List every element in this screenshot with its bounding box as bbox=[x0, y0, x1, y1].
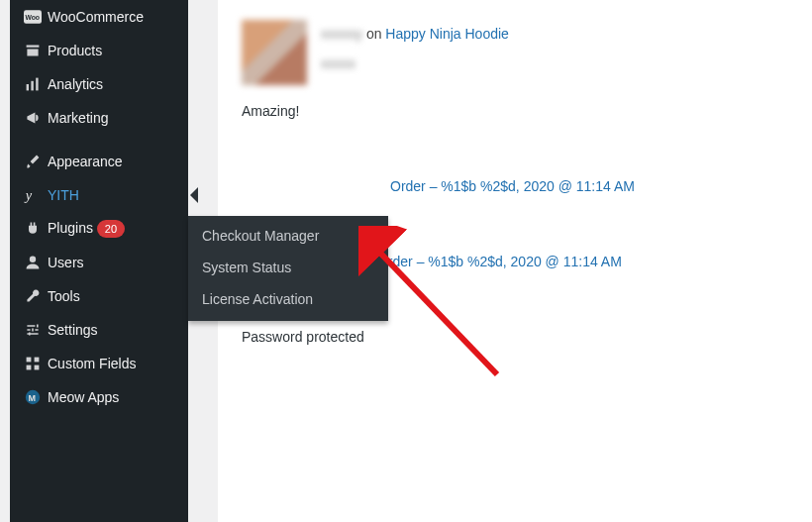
sidebar-item-label: Tools bbox=[46, 288, 188, 304]
sidebar-item-label: Products bbox=[46, 43, 188, 58]
yith-submenu: Checkout Manager System Status License A… bbox=[188, 216, 388, 321]
yith-icon: y bbox=[20, 186, 46, 204]
archive-icon bbox=[20, 43, 46, 58]
svg-rect-9 bbox=[27, 365, 32, 370]
sliders-icon bbox=[20, 322, 46, 338]
order-link[interactable]: Order – %1$b %2$d, 2020 @ 11:14 AM bbox=[377, 254, 622, 269]
comment-author: xxxxxy bbox=[321, 26, 362, 42]
comment-date: xxxxx bbox=[321, 55, 509, 71]
sidebar-item-label: Users bbox=[46, 255, 188, 270]
sidebar-separator bbox=[10, 135, 188, 145]
sidebar-item-analytics[interactable]: Analytics bbox=[10, 67, 188, 101]
svg-rect-4 bbox=[36, 78, 38, 91]
product-link[interactable]: Happy Ninja Hoodie bbox=[385, 26, 509, 42]
submenu-item-license-activation[interactable]: License Activation bbox=[188, 283, 388, 321]
svg-point-6 bbox=[30, 257, 36, 262]
chart-bar-icon bbox=[20, 76, 46, 92]
sidebar-item-woocommerce[interactable]: Woo WooCommerce bbox=[10, 0, 188, 34]
admin-sidebar: Woo WooCommerce Products Analytics Marke… bbox=[10, 0, 188, 522]
svg-rect-7 bbox=[27, 358, 32, 363]
wrench-icon bbox=[20, 288, 46, 304]
sidebar-item-custom-fields[interactable]: Custom Fields bbox=[10, 347, 188, 380]
meow-icon: M bbox=[20, 388, 46, 406]
sidebar-item-appearance[interactable]: Appearance bbox=[10, 145, 188, 178]
sidebar-item-label: Meow Apps bbox=[46, 389, 188, 405]
svg-text:y: y bbox=[24, 187, 33, 203]
svg-rect-10 bbox=[35, 365, 40, 370]
comment-body: Amazing! bbox=[242, 103, 792, 119]
svg-text:Woo: Woo bbox=[26, 14, 41, 21]
on-word: on bbox=[362, 26, 385, 42]
sidebar-item-label: YITH bbox=[46, 187, 188, 203]
note-line: Password protected bbox=[242, 329, 792, 345]
sidebar-item-users[interactable]: Users bbox=[10, 246, 188, 279]
submenu-item-checkout-manager[interactable]: Checkout Manager bbox=[188, 216, 388, 252]
sidebar-item-products[interactable]: Products bbox=[10, 34, 188, 67]
user-icon bbox=[20, 255, 46, 270]
sidebar-item-tools[interactable]: Tools bbox=[10, 279, 188, 313]
svg-rect-3 bbox=[31, 81, 33, 91]
submenu-item-system-status[interactable]: System Status bbox=[188, 252, 388, 283]
svg-rect-8 bbox=[35, 358, 40, 363]
svg-text:M: M bbox=[29, 393, 37, 403]
sidebar-item-meow-apps[interactable]: M Meow Apps bbox=[10, 380, 188, 414]
woocommerce-icon: Woo bbox=[20, 10, 46, 24]
svg-rect-2 bbox=[27, 84, 29, 90]
activity-item-header: xxxxxy on Happy Ninja Hoodie bbox=[321, 26, 509, 42]
update-count-badge: 20 bbox=[97, 220, 125, 238]
sidebar-item-settings[interactable]: Settings bbox=[10, 313, 188, 347]
megaphone-icon bbox=[20, 110, 46, 126]
avatar bbox=[242, 20, 307, 85]
activity-item-review: xxxxxy on Happy Ninja Hoodie xxxxx Amazi… bbox=[218, 20, 812, 149]
sidebar-item-label: Settings bbox=[46, 322, 188, 338]
sidebar-item-label: Custom Fields bbox=[46, 356, 188, 371]
sidebar-item-marketing[interactable]: Marketing bbox=[10, 101, 188, 135]
activity-item-header: Order – %1$b %2$d, 2020 @ 11:14 AM bbox=[390, 178, 792, 194]
order-link[interactable]: Order – %1$b %2$d, 2020 @ 11:14 AM bbox=[390, 178, 635, 194]
sidebar-item-yith[interactable]: y YITH bbox=[10, 178, 188, 212]
sidebar-item-label: Appearance bbox=[46, 154, 188, 169]
plugin-icon bbox=[20, 221, 46, 237]
sidebar-item-label: WooCommerce bbox=[46, 9, 188, 25]
sidebar-item-plugins[interactable]: Plugins20 bbox=[10, 212, 188, 246]
grid-icon bbox=[20, 356, 46, 371]
sidebar-item-label: Marketing bbox=[46, 110, 188, 126]
sidebar-item-label: Plugins20 bbox=[46, 220, 188, 238]
brush-icon bbox=[20, 154, 46, 169]
sidebar-item-label: Analytics bbox=[46, 76, 188, 92]
